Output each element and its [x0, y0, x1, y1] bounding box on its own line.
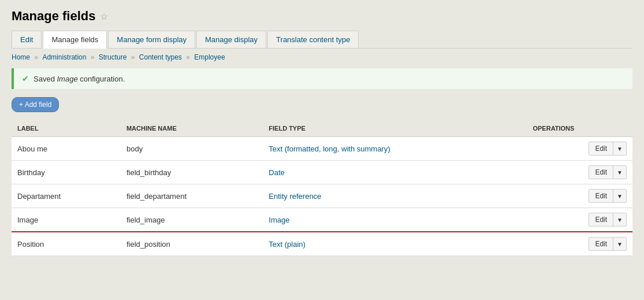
- breadcrumb-structure[interactable]: Structure: [99, 53, 127, 61]
- checkmark-icon: ✔: [22, 74, 29, 83]
- table-row: Birthdayfield_birthdayDateEdit▼: [12, 161, 632, 184]
- tab-manage-form-display[interactable]: Manage form display: [108, 31, 195, 48]
- edit-button[interactable]: Edit: [589, 238, 613, 250]
- field-type-link[interactable]: Text (plain): [269, 240, 306, 249]
- tab-translate-content-type[interactable]: Translate content type: [267, 31, 359, 48]
- page-title: Manage fields: [12, 9, 95, 24]
- col-field-type: FIELD TYPE: [263, 120, 527, 137]
- edit-button[interactable]: Edit: [589, 166, 613, 179]
- operations-dropdown-button[interactable]: ▼: [613, 238, 626, 250]
- field-type-link[interactable]: Text (formatted, long, with summary): [269, 145, 390, 153]
- page-wrapper: Manage fields ☆ Edit Manage fields Manag…: [0, 0, 644, 300]
- table-body: Abou mebodyText (formatted, long, with s…: [12, 137, 632, 256]
- cell-machine-name: field_departament: [121, 184, 263, 208]
- cell-machine-name: body: [121, 137, 263, 161]
- success-post: configuration.: [78, 75, 125, 83]
- table-header-row: LABEL MACHINE NAME FIELD TYPE OPERATIONS: [12, 120, 632, 137]
- cell-field-type[interactable]: Image: [263, 208, 527, 232]
- page-title-area: Manage fields ☆: [12, 9, 632, 24]
- cell-label: Birthday: [12, 161, 121, 184]
- cell-operations: Edit▼: [527, 137, 632, 161]
- operations-dropdown-button[interactable]: ▼: [613, 142, 626, 155]
- table-row: Departamentfield_departamentEntity refer…: [12, 184, 632, 208]
- cell-field-type[interactable]: Text (plain): [263, 232, 527, 256]
- success-text: Saved Image configuration.: [33, 75, 125, 83]
- edit-button[interactable]: Edit: [589, 142, 613, 155]
- success-message: ✔ Saved Image configuration.: [12, 68, 632, 89]
- cell-field-type[interactable]: Text (formatted, long, with summary): [263, 137, 527, 161]
- success-pre: Saved: [33, 75, 57, 83]
- operations-group: Edit▼: [589, 165, 627, 179]
- cell-operations: Edit▼: [527, 208, 632, 232]
- success-link: Image: [57, 75, 77, 83]
- tabs-bar: Edit Manage fields Manage form display M…: [12, 31, 632, 49]
- field-type-link[interactable]: Entity reference: [269, 192, 321, 201]
- table-header: LABEL MACHINE NAME FIELD TYPE OPERATIONS: [12, 120, 632, 137]
- breadcrumb-sep-1: »: [34, 53, 40, 61]
- breadcrumb-sep-4: »: [186, 53, 192, 61]
- add-field-button[interactable]: + Add field: [12, 97, 59, 112]
- fields-table: LABEL MACHINE NAME FIELD TYPE OPERATIONS…: [12, 120, 632, 256]
- cell-label: Abou me: [12, 137, 121, 161]
- operations-dropdown-button[interactable]: ▼: [613, 190, 626, 202]
- breadcrumb-sep-2: »: [91, 53, 96, 61]
- operations-group: Edit▼: [589, 189, 627, 203]
- cell-machine-name: field_image: [121, 208, 263, 232]
- operations-group: Edit▼: [589, 237, 627, 251]
- edit-button[interactable]: Edit: [589, 213, 613, 226]
- breadcrumb-employee[interactable]: Employee: [194, 53, 225, 61]
- operations-dropdown-button[interactable]: ▼: [613, 166, 626, 179]
- field-type-link[interactable]: Image: [269, 216, 289, 224]
- cell-operations: Edit▼: [527, 232, 632, 256]
- cell-label: Departament: [12, 184, 121, 208]
- table-row: Positionfield_positionText (plain)Edit▼: [12, 232, 632, 256]
- cell-operations: Edit▼: [527, 184, 632, 208]
- cell-field-type[interactable]: Entity reference: [263, 184, 527, 208]
- operations-dropdown-button[interactable]: ▼: [613, 213, 626, 226]
- cell-field-type[interactable]: Date: [263, 161, 527, 184]
- breadcrumb: Home » Administration » Structure » Cont…: [12, 53, 632, 61]
- cell-label: Image: [12, 208, 121, 232]
- tab-manage-display[interactable]: Manage display: [196, 31, 266, 48]
- bookmark-star-icon[interactable]: ☆: [100, 11, 108, 22]
- breadcrumb-administration[interactable]: Administration: [42, 53, 86, 61]
- operations-group: Edit▼: [589, 142, 627, 155]
- breadcrumb-content-types[interactable]: Content types: [139, 53, 182, 61]
- field-type-link[interactable]: Date: [269, 168, 284, 177]
- col-operations: OPERATIONS: [527, 120, 632, 137]
- cell-machine-name: field_position: [121, 232, 263, 256]
- edit-button[interactable]: Edit: [589, 190, 613, 202]
- table-row: Imagefield_imageImageEdit▼: [12, 208, 632, 232]
- tab-edit[interactable]: Edit: [12, 31, 42, 48]
- tab-manage-fields[interactable]: Manage fields: [43, 31, 107, 49]
- col-label: LABEL: [12, 120, 121, 137]
- col-machine-name: MACHINE NAME: [121, 120, 263, 137]
- operations-group: Edit▼: [589, 213, 627, 227]
- table-row: Abou mebodyText (formatted, long, with s…: [12, 137, 632, 161]
- breadcrumb-home[interactable]: Home: [12, 53, 30, 61]
- cell-machine-name: field_birthday: [121, 161, 263, 184]
- cell-label: Position: [12, 232, 121, 256]
- breadcrumb-sep-3: »: [131, 53, 137, 61]
- cell-operations: Edit▼: [527, 161, 632, 184]
